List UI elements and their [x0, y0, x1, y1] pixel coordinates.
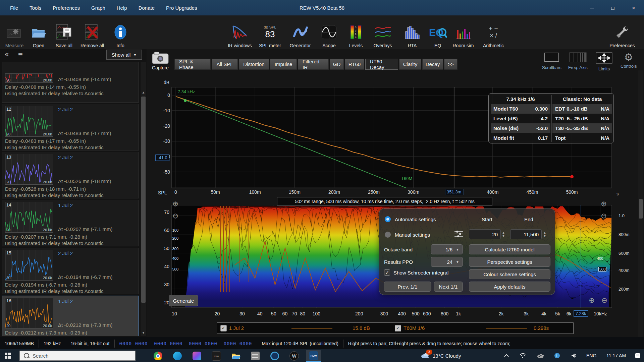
notification-badge: 3: [426, 350, 432, 355]
show-schroeder-label: Show Schroeder integral: [393, 270, 448, 276]
start-frequency-input[interactable]: 20: [469, 229, 501, 239]
taskbar-app-chrome[interactable]: [150, 350, 166, 362]
windows-taskbar: Search roonWREW 3 13°C Cloudy i ENG 11:1…: [0, 349, 644, 362]
legend-label-1: 1 Jul 2: [229, 325, 244, 331]
legend-value-1: 15.6 dB: [353, 325, 370, 331]
stats-row: T30 -5..-35 dBN/A: [552, 123, 612, 133]
graph-legend: ✓ 1 Jul 2 15.6 dB ✓ T60M 1/6 0.298s: [217, 322, 574, 334]
zoom-out-right-button[interactable]: ⊖: [600, 212, 608, 220]
manual-settings-radio[interactable]: [385, 232, 391, 238]
svg-text:i: i: [556, 354, 557, 358]
end-column-label: End: [524, 217, 533, 222]
chevron-down-icon: ▼: [456, 260, 459, 264]
taskbar-app-rew[interactable]: REW: [306, 350, 321, 362]
language-indicator[interactable]: ENG: [586, 349, 596, 362]
clock[interactable]: 11:17 AM: [606, 349, 626, 362]
results-ppo-label: Results PPO: [384, 259, 413, 265]
zoom-in-right-button[interactable]: ⊕: [600, 200, 608, 208]
stats-row: Model fit0.17: [491, 133, 550, 143]
meet-now-icon[interactable]: i: [554, 349, 560, 362]
end-frequency-input[interactable]: 11,500: [510, 229, 542, 239]
start-button[interactable]: [5, 353, 11, 359]
weather-text: 13°C Cloudy: [433, 353, 461, 359]
legend-label-2: T60M 1/6: [404, 325, 425, 331]
apply-defaults-button[interactable]: Apply defaults: [469, 282, 550, 292]
start-column-label: Start: [482, 217, 492, 222]
legend-checkbox-2[interactable]: ✓: [395, 325, 401, 331]
stats-row: Level (dB)-4.2: [491, 114, 550, 123]
wifi-icon[interactable]: [519, 349, 526, 362]
taskbar-app-webex[interactable]: [267, 350, 282, 362]
calculate-rt60-model-button[interactable]: Calculate RT60 model: [469, 244, 550, 254]
tray-chevron-icon[interactable]: [504, 349, 509, 362]
action-center-icon[interactable]: [635, 349, 641, 362]
stats-row: T20 -5..-25 dBN/A: [552, 114, 612, 123]
waterfall-info-bar: 502 ms range, 500 ms window, 10 ms rise …: [277, 197, 492, 206]
controls-icon: ⚙: [624, 52, 633, 62]
stats-divider: [551, 95, 551, 142]
automatic-settings-radio[interactable]: [385, 216, 391, 222]
start-spinner-arrows[interactable]: ▲▼: [501, 229, 506, 239]
legend-line-2: [486, 328, 527, 328]
zoom-in-bottom-button[interactable]: ⊕: [588, 297, 596, 305]
manual-settings-label: Manual settings: [395, 232, 430, 238]
graph-vertical-scrollbar[interactable]: [638, 70, 643, 337]
prev-band-button[interactable]: Prev. 1/1: [384, 282, 431, 292]
colour-scheme-settings-button[interactable]: Colour scheme settings: [469, 269, 550, 279]
volume-icon[interactable]: [571, 349, 578, 362]
limits-icon: [596, 52, 612, 65]
taskbar-app-office[interactable]: [248, 350, 263, 362]
capture-button[interactable]: Capture: [152, 51, 169, 70]
legend-value-2: 0.298s: [534, 325, 549, 331]
controls-button[interactable]: ⚙Controls: [621, 52, 637, 69]
zoom-out-left-button[interactable]: ⊖: [171, 212, 179, 220]
legend-line-1: [291, 328, 332, 328]
taskbar-app-explorer[interactable]: [228, 350, 244, 362]
results-ppo-dropdown[interactable]: 24▼: [431, 257, 463, 267]
search-input[interactable]: Search: [19, 351, 136, 361]
octave-band-dropdown[interactable]: 1/6▼: [431, 244, 463, 254]
limits-button[interactable]: Limits: [596, 52, 612, 71]
onedrive-icon[interactable]: [537, 349, 545, 362]
octave-band-label: Octave band: [384, 247, 413, 252]
chevron-down-icon: ▼: [456, 248, 459, 251]
scrollbars-button[interactable]: Scrollbars: [542, 52, 561, 70]
sliders-icon[interactable]: [454, 230, 464, 238]
end-spinner-arrows[interactable]: ▲▼: [542, 229, 547, 239]
search-icon: [24, 353, 29, 358]
stats-row: EDT 0..-10 dBN/A: [552, 104, 612, 114]
perspective-settings-button[interactable]: Perspective settings: [469, 257, 550, 267]
automatic-settings-label: Automatic settings: [395, 217, 436, 222]
camera-icon: [152, 51, 169, 64]
legend-checkbox-1[interactable]: ✓: [220, 325, 227, 331]
taskbar-app-roon[interactable]: roon: [209, 350, 224, 362]
stats-header-band: 7.34 kHz 1/6: [491, 94, 550, 104]
freq-axis-button[interactable]: Freq. Axis: [568, 52, 588, 70]
stats-row: ToptN/A: [552, 133, 612, 143]
zoom-out-bottom-button[interactable]: ⊖: [600, 297, 608, 305]
zoom-in-left-button[interactable]: ⊕: [171, 200, 179, 208]
taskbar-app-wiki[interactable]: W: [286, 350, 302, 362]
rt60-settings-panel: Automatic settings Start End Manual sett…: [379, 208, 555, 295]
taskbar-app-edge[interactable]: [170, 350, 185, 362]
freq-axis-icon: [569, 52, 587, 64]
weather-cloud-icon: 3: [420, 352, 430, 360]
graph-scrollbar-thumb[interactable]: [639, 199, 643, 219]
stats-row: Noise (dB)-53.0: [491, 123, 550, 133]
show-schroeder-checkbox[interactable]: ✓: [384, 269, 390, 276]
next-band-button[interactable]: Next 1/1: [434, 282, 463, 292]
taskbar-app-photos[interactable]: [189, 350, 205, 362]
stats-header-classic: Classic: No data: [552, 94, 612, 104]
scrollbars-icon: [544, 52, 559, 64]
rew-application-window: dB0-10-20-30-40-50050m100m150m200m250m30…: [0, 0, 644, 362]
stats-row: Model T600.300: [491, 104, 550, 114]
weather-widget[interactable]: 3 13°C Cloudy: [420, 349, 461, 362]
rt60-stats-table: 7.34 kHz 1/6Model T600.300Level (dB)-4.2…: [488, 93, 614, 143]
generate-button[interactable]: Generate: [169, 295, 198, 306]
